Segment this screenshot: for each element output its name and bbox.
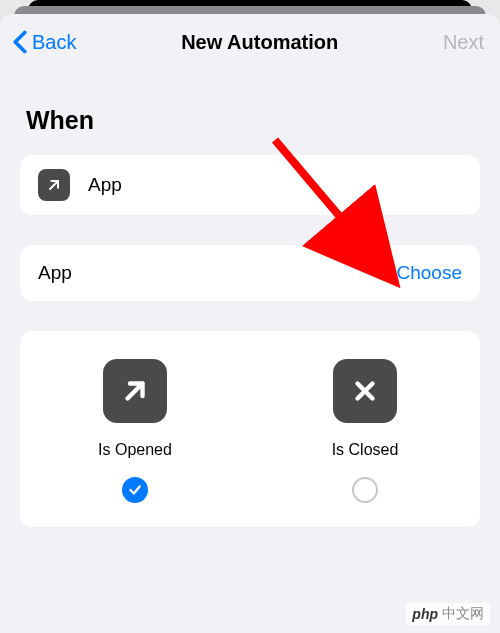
svg-line-0 <box>50 181 58 189</box>
nav-bar: Back New Automation Next <box>0 14 500 70</box>
section-title: When <box>26 106 480 135</box>
open-icon <box>103 359 167 423</box>
app-choose-row[interactable]: App Choose <box>20 245 480 301</box>
radio-opened[interactable] <box>122 477 148 503</box>
watermark: php 中文网 <box>406 603 490 625</box>
content-area: When App App Choose Is Opened <box>0 70 500 535</box>
chevron-left-icon <box>12 30 28 54</box>
option-is-closed[interactable]: Is Closed <box>250 359 480 503</box>
radio-closed[interactable] <box>352 477 378 503</box>
option-closed-label: Is Closed <box>332 441 399 459</box>
options-card: Is Opened Is Closed <box>20 331 480 527</box>
watermark-brand: php <box>412 606 438 622</box>
app-choose-label: App <box>38 262 397 284</box>
back-button[interactable]: Back <box>12 30 76 54</box>
trigger-card: App <box>20 155 480 215</box>
back-label: Back <box>32 31 76 54</box>
app-choose-card: App Choose <box>20 245 480 301</box>
app-open-icon <box>38 169 70 201</box>
trigger-label: App <box>88 174 462 196</box>
checkmark-icon <box>128 483 142 497</box>
modal-sheet: Back New Automation Next When App App Ch… <box>0 14 500 633</box>
page-title: New Automation <box>181 31 338 54</box>
trigger-row: App <box>20 155 480 215</box>
option-opened-label: Is Opened <box>98 441 172 459</box>
svg-line-1 <box>128 384 143 399</box>
option-is-opened[interactable]: Is Opened <box>20 359 250 503</box>
choose-button[interactable]: Choose <box>397 262 463 284</box>
close-icon <box>333 359 397 423</box>
next-button: Next <box>443 31 488 54</box>
watermark-text: 中文网 <box>442 605 484 623</box>
